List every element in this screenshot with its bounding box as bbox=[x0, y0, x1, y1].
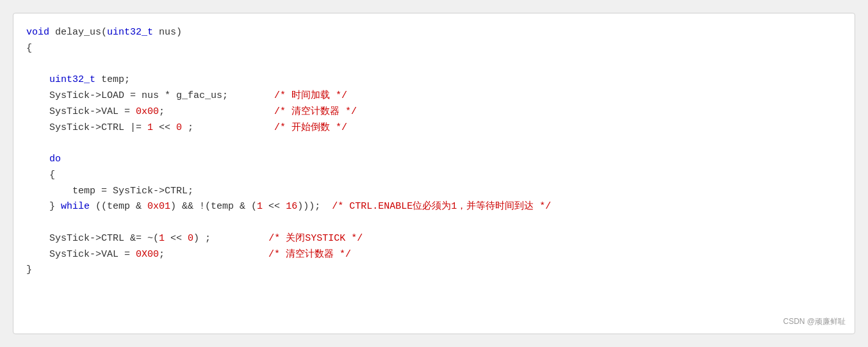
code-line-11: temp = SysTick->CTRL; bbox=[26, 184, 842, 200]
code-line-6: SysTick->VAL = 0x00; /* 清空计数器 */ bbox=[26, 104, 842, 120]
code-block: void delay_us(uint32_t nus) { uint32_t t… bbox=[13, 13, 855, 334]
code-line-8 bbox=[26, 136, 842, 152]
code-line-13 bbox=[26, 215, 842, 231]
code-line-1: void delay_us(uint32_t nus) bbox=[26, 25, 842, 41]
code-line-15: SysTick->VAL = 0X00; /* 清空计数器 */ bbox=[26, 247, 842, 263]
code-line-14: SysTick->CTRL &= ~(1 << 0) ; /* 关闭SYSTIC… bbox=[26, 231, 842, 247]
code-line-12: } while ((temp & 0x01) && !(temp & (1 <<… bbox=[26, 199, 842, 215]
code-line-16: } bbox=[26, 262, 842, 278]
code-line-9: do bbox=[26, 152, 842, 168]
code-line-7: SysTick->CTRL |= 1 << 0 ; /* 开始倒数 */ bbox=[26, 120, 842, 136]
code-line-10: { bbox=[26, 168, 842, 184]
code-line-5: SysTick->LOAD = nus * g_fac_us; /* 时间加载 … bbox=[26, 88, 842, 104]
code-line-4: uint32_t temp; bbox=[26, 72, 842, 88]
watermark: CSDN @顽廉鲜耻 bbox=[783, 316, 846, 328]
code-line-2: { bbox=[26, 41, 842, 57]
code-line-3 bbox=[26, 57, 842, 73]
